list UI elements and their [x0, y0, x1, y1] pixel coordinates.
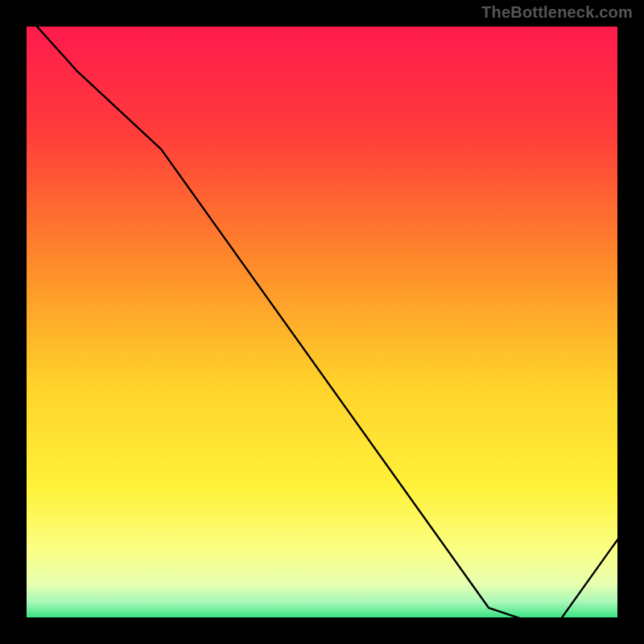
data-curve	[24, 24, 620, 620]
watermark-text: TheBottleneck.com	[481, 3, 633, 22]
chart-root: TheBottleneck.com	[0, 0, 644, 644]
plot-area	[24, 24, 620, 620]
